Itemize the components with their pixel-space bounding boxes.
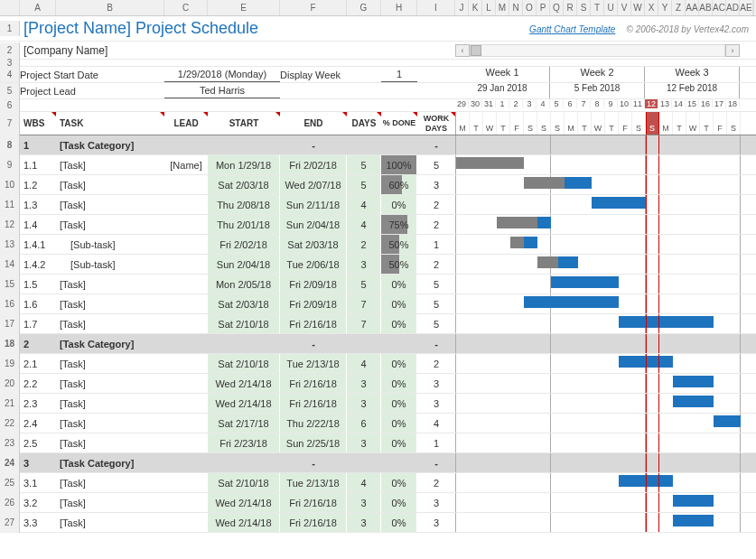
gantt-bar[interactable] bbox=[619, 316, 714, 328]
pct-cell[interactable]: 100% bbox=[381, 155, 417, 174]
col-header[interactable]: AD bbox=[726, 0, 740, 15]
col-header[interactable]: Q bbox=[550, 0, 564, 15]
lead-cell[interactable] bbox=[164, 215, 208, 234]
gantt-bar[interactable] bbox=[619, 356, 673, 368]
task-cell[interactable]: [Task] bbox=[56, 195, 164, 214]
work-cell[interactable]: 3 bbox=[417, 394, 455, 413]
lead-cell[interactable] bbox=[164, 334, 208, 353]
gantt-bar[interactable] bbox=[619, 475, 673, 487]
task-row[interactable]: 10 1.2 [Task] Sat 2/03/18 Wed 2/07/18 5 … bbox=[0, 175, 756, 195]
start-cell[interactable]: Sat 2/03/18 bbox=[208, 294, 280, 313]
wbs-cell[interactable]: 1.4 bbox=[20, 215, 56, 234]
lead-cell[interactable] bbox=[164, 493, 208, 512]
start-cell[interactable]: Sat 2/17/18 bbox=[208, 414, 280, 433]
col-header[interactable]: V bbox=[618, 0, 631, 15]
work-cell[interactable]: 2 bbox=[417, 473, 455, 492]
gantt-cell[interactable] bbox=[455, 155, 756, 174]
lead-cell[interactable] bbox=[164, 433, 208, 452]
wbs-cell[interactable]: 2.4 bbox=[20, 414, 56, 433]
pct-cell[interactable]: 0% bbox=[381, 414, 417, 433]
gantt-cell[interactable] bbox=[455, 215, 756, 234]
end-cell[interactable]: Sun 2/25/18 bbox=[280, 433, 347, 452]
end-cell[interactable]: Fri 2/16/18 bbox=[280, 493, 347, 512]
days-cell[interactable]: 3 bbox=[347, 493, 381, 512]
end-cell[interactable]: Sat 2/03/18 bbox=[280, 235, 347, 254]
days-cell[interactable]: 4 bbox=[347, 195, 381, 214]
days-cell[interactable]: 5 bbox=[347, 275, 381, 293]
work-cell[interactable]: 3 bbox=[417, 175, 455, 194]
task-cell[interactable]: [Task] bbox=[56, 414, 164, 433]
task-row[interactable]: 21 2.3 [Task] Wed 2/14/18 Fri 2/16/18 3 … bbox=[0, 394, 756, 414]
work-cell[interactable]: 1 bbox=[417, 235, 455, 254]
col-header[interactable]: S bbox=[577, 0, 591, 15]
work-cell[interactable]: 5 bbox=[417, 294, 455, 313]
wbs-cell[interactable]: 3 bbox=[20, 453, 56, 472]
pct-cell[interactable]: 0% bbox=[381, 294, 417, 313]
work-cell[interactable]: 5 bbox=[417, 314, 455, 333]
work-cell[interactable]: 3 bbox=[417, 493, 455, 512]
col-header[interactable]: P bbox=[537, 0, 550, 15]
end-cell[interactable]: Tue 2/13/18 bbox=[280, 473, 347, 492]
lead-cell[interactable] bbox=[164, 275, 208, 293]
gantt-cell[interactable] bbox=[455, 473, 756, 492]
gantt-bar[interactable] bbox=[551, 276, 619, 288]
task-cell[interactable]: [Task] bbox=[56, 374, 164, 393]
scroll-right-button[interactable]: › bbox=[725, 44, 740, 57]
display-week-value[interactable]: 1 bbox=[381, 67, 417, 82]
gantt-bar[interactable] bbox=[673, 376, 714, 387]
col-header[interactable]: H bbox=[381, 0, 417, 15]
gantt-bar[interactable] bbox=[592, 197, 646, 209]
lead-cell[interactable] bbox=[164, 135, 208, 154]
days-cell[interactable]: 5 bbox=[347, 155, 381, 174]
wbs-cell[interactable]: 2.5 bbox=[20, 433, 56, 452]
pct-cell[interactable]: 0% bbox=[381, 513, 417, 532]
end-cell[interactable]: Sun 2/04/18 bbox=[280, 215, 347, 234]
col-header[interactable]: AB bbox=[699, 0, 713, 15]
task-cell[interactable]: [Task] bbox=[56, 294, 164, 313]
days-cell[interactable] bbox=[347, 334, 381, 353]
task-row[interactable]: 13 1.4.1 [Sub-task] Fri 2/02/18 Sat 2/03… bbox=[0, 235, 756, 255]
task-row[interactable]: 26 3.2 [Task] Wed 2/14/18 Fri 2/16/18 3 … bbox=[0, 493, 756, 513]
task-cell[interactable]: [Task Category] bbox=[56, 334, 164, 353]
wbs-cell[interactable]: 1.7 bbox=[20, 314, 56, 333]
lead-cell[interactable] bbox=[164, 453, 208, 472]
col-header[interactable]: AA bbox=[686, 0, 699, 15]
start-cell[interactable]: Sat 2/10/18 bbox=[208, 314, 280, 333]
lead-cell[interactable] bbox=[164, 513, 208, 532]
days-cell[interactable] bbox=[347, 135, 381, 154]
end-cell[interactable]: Tue 2/06/18 bbox=[280, 255, 347, 274]
company-name[interactable]: [Company Name] bbox=[20, 44, 435, 57]
task-row[interactable]: 14 1.4.2 [Sub-task] Sun 2/04/18 Tue 2/06… bbox=[0, 255, 756, 275]
category-row[interactable]: 8 1 [Task Category] - - bbox=[0, 135, 756, 155]
end-cell[interactable]: Tue 2/13/18 bbox=[280, 354, 347, 373]
pct-cell[interactable]: 0% bbox=[381, 275, 417, 293]
work-cell[interactable]: 3 bbox=[417, 513, 455, 532]
task-row[interactable]: 11 1.3 [Task] Thu 2/08/18 Sun 2/11/18 4 … bbox=[0, 195, 756, 215]
task-row[interactable]: 27 3.3 [Task] Wed 2/14/18 Fri 2/16/18 3 … bbox=[0, 513, 756, 533]
pct-cell[interactable]: 0% bbox=[381, 314, 417, 333]
end-cell[interactable]: Fri 2/09/18 bbox=[280, 275, 347, 293]
lead-value[interactable]: Ted Harris bbox=[164, 83, 280, 98]
work-cell[interactable]: - bbox=[417, 453, 455, 472]
task-row[interactable]: 22 2.4 [Task] Sat 2/17/18 Thu 2/22/18 6 … bbox=[0, 414, 756, 433]
gantt-bar[interactable] bbox=[673, 396, 714, 407]
lead-cell[interactable] bbox=[164, 294, 208, 313]
col-header[interactable]: W bbox=[631, 0, 645, 15]
pct-cell[interactable]: 0% bbox=[381, 354, 417, 373]
pct-cell[interactable]: 0% bbox=[381, 374, 417, 393]
col-header[interactable]: AE bbox=[740, 0, 753, 15]
pct-cell[interactable]: 50% bbox=[381, 235, 417, 254]
scroll-left-button[interactable]: ‹ bbox=[455, 44, 470, 57]
wbs-cell[interactable]: 1.6 bbox=[20, 294, 56, 313]
task-cell[interactable]: [Task] bbox=[56, 175, 164, 194]
lead-cell[interactable] bbox=[164, 255, 208, 274]
gantt-cell[interactable] bbox=[455, 175, 756, 194]
gantt-cell[interactable] bbox=[455, 433, 756, 452]
start-cell[interactable]: Thu 2/01/18 bbox=[208, 215, 280, 234]
lead-cell[interactable] bbox=[164, 175, 208, 194]
days-cell[interactable]: 3 bbox=[347, 374, 381, 393]
wbs-cell[interactable]: 1 bbox=[20, 135, 56, 154]
start-cell[interactable]: Mon 2/05/18 bbox=[208, 275, 280, 293]
days-cell[interactable]: 4 bbox=[347, 473, 381, 492]
pct-cell[interactable]: 0% bbox=[381, 493, 417, 512]
